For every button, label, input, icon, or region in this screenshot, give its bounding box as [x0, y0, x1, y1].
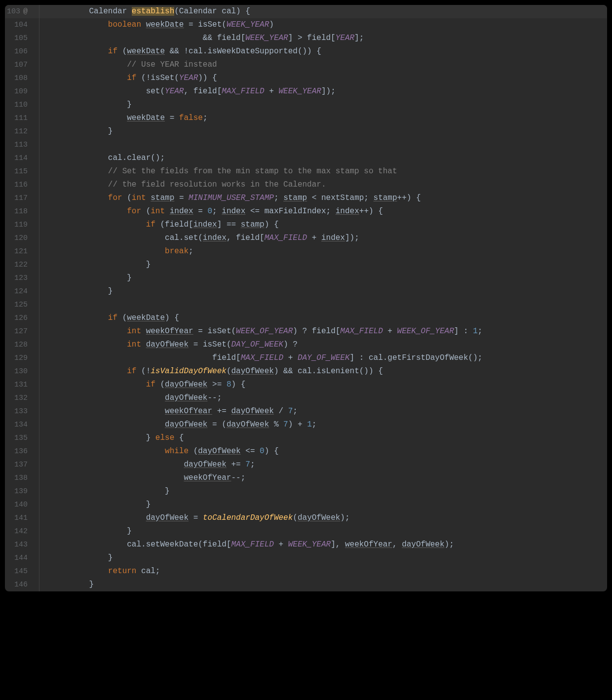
fold-gutter[interactable] — [33, 431, 46, 445]
code-content[interactable]: if (!isSet(YEAR)) { — [46, 72, 607, 85]
code-line[interactable]: 146 } — [5, 578, 607, 591]
code-content[interactable]: weekDate = false; — [46, 112, 607, 125]
fold-gutter[interactable] — [33, 285, 46, 298]
code-line[interactable]: 138 weekOfYear--; — [5, 471, 607, 485]
code-line[interactable]: 143 cal.setWeekDate(field[MAX_FIELD + WE… — [5, 538, 607, 551]
code-line[interactable]: 119 if (field[index] == stamp) { — [5, 218, 607, 232]
code-content[interactable]: int weekOfYear = isSet(WEEK_OF_YEAR) ? f… — [46, 325, 607, 338]
fold-gutter[interactable] — [33, 5, 46, 18]
code-line[interactable]: 137 dayOfWeek += 7; — [5, 458, 607, 471]
fold-gutter[interactable] — [33, 565, 46, 578]
code-line[interactable]: 127 int weekOfYear = isSet(WEEK_OF_YEAR)… — [5, 325, 607, 338]
code-content[interactable]: } — [46, 525, 607, 538]
fold-gutter[interactable] — [33, 391, 46, 405]
code-line[interactable]: 105 && field[WEEK_YEAR] > field[YEAR]; — [5, 32, 607, 45]
fold-gutter[interactable] — [33, 578, 46, 591]
code-content[interactable]: } — [46, 258, 607, 272]
code-content[interactable]: } — [46, 125, 607, 138]
code-line[interactable]: 136 while (dayOfWeek <= 0) { — [5, 445, 607, 458]
fold-gutter[interactable] — [33, 551, 46, 565]
code-content[interactable]: dayOfWeek = toCalendarDayOfWeek(dayOfWee… — [46, 511, 607, 525]
code-content[interactable]: if (!isValidDayOfWeek(dayOfWeek) && cal.… — [46, 365, 607, 378]
code-line[interactable]: 117 for (int stamp = MINIMUM_USER_STAMP;… — [5, 192, 607, 205]
fold-gutter[interactable] — [33, 311, 46, 325]
fold-gutter[interactable] — [33, 32, 46, 45]
code-content[interactable]: // the field resolution works in the Cal… — [46, 178, 607, 192]
code-content[interactable]: } — [46, 272, 607, 285]
code-line[interactable]: 125 — [5, 298, 607, 311]
code-content[interactable]: if (weekDate && !cal.isWeekDateSupported… — [46, 45, 607, 58]
code-line[interactable]: 126 if (weekDate) { — [5, 311, 607, 325]
code-line[interactable]: 111 weekDate = false; — [5, 112, 607, 125]
code-content[interactable]: if (field[index] == stamp) { — [46, 218, 607, 232]
code-content[interactable]: dayOfWeek = (dayOfWeek % 7) + 1; — [46, 418, 607, 431]
code-content[interactable]: weekOfYear--; — [46, 471, 607, 485]
code-line[interactable]: 104 boolean weekDate = isSet(WEEK_YEAR) — [5, 18, 607, 32]
code-content[interactable]: return cal; — [46, 565, 607, 578]
code-line[interactable]: 114 cal.clear(); — [5, 152, 607, 165]
code-line[interactable]: 140 } — [5, 498, 607, 511]
code-line[interactable]: 132 dayOfWeek--; — [5, 391, 607, 405]
code-line[interactable]: 142 } — [5, 525, 607, 538]
code-content[interactable]: dayOfWeek += 7; — [46, 458, 607, 471]
fold-gutter[interactable] — [33, 232, 46, 245]
code-line[interactable]: 145 return cal; — [5, 565, 607, 578]
code-line[interactable]: 103@ Calendar establish(Calendar cal) { — [5, 5, 607, 18]
code-content[interactable]: for (int stamp = MINIMUM_USER_STAMP; sta… — [46, 192, 607, 205]
code-content[interactable]: cal.set(index, field[MAX_FIELD + index])… — [46, 232, 607, 245]
code-line[interactable]: 128 int dayOfWeek = isSet(DAY_OF_WEEK) ? — [5, 338, 607, 351]
code-line[interactable]: 121 break; — [5, 245, 607, 258]
fold-gutter[interactable] — [33, 485, 46, 498]
fold-gutter[interactable] — [33, 445, 46, 458]
code-content[interactable]: } — [46, 551, 607, 565]
fold-gutter[interactable] — [33, 418, 46, 431]
fold-gutter[interactable] — [33, 72, 46, 85]
code-line[interactable]: 130 if (!isValidDayOfWeek(dayOfWeek) && … — [5, 365, 607, 378]
code-content[interactable]: Calendar establish(Calendar cal) { — [46, 5, 607, 18]
fold-gutter[interactable] — [33, 125, 46, 138]
code-line[interactable]: 144 } — [5, 551, 607, 565]
code-content[interactable]: dayOfWeek--; — [46, 391, 607, 405]
code-content[interactable]: } — [46, 498, 607, 511]
code-line[interactable]: 113 — [5, 138, 607, 152]
fold-gutter[interactable] — [33, 58, 46, 72]
fold-gutter[interactable] — [33, 138, 46, 152]
code-content[interactable]: field[MAX_FIELD + DAY_OF_WEEK] : cal.get… — [46, 351, 607, 365]
code-content[interactable]: // Set the fields from the min stamp to … — [46, 165, 607, 178]
code-line[interactable]: 139 } — [5, 485, 607, 498]
fold-gutter[interactable] — [33, 258, 46, 272]
code-line[interactable]: 124 } — [5, 285, 607, 298]
code-line[interactable]: 108 if (!isSet(YEAR)) { — [5, 72, 607, 85]
fold-gutter[interactable] — [33, 338, 46, 351]
fold-gutter[interactable] — [33, 511, 46, 525]
fold-gutter[interactable] — [33, 325, 46, 338]
fold-gutter[interactable] — [33, 458, 46, 471]
code-line[interactable]: 129 field[MAX_FIELD + DAY_OF_WEEK] : cal… — [5, 351, 607, 365]
fold-gutter[interactable] — [33, 351, 46, 365]
code-line[interactable]: 131 if (dayOfWeek >= 8) { — [5, 378, 607, 391]
code-content[interactable]: weekOfYear += dayOfWeek / 7; — [46, 405, 607, 418]
code-line[interactable]: 122 } — [5, 258, 607, 272]
fold-gutter[interactable] — [33, 218, 46, 232]
code-content[interactable]: cal.clear(); — [46, 152, 607, 165]
code-content[interactable]: boolean weekDate = isSet(WEEK_YEAR) — [46, 18, 607, 32]
code-editor[interactable]: 103@ Calendar establish(Calendar cal) {1… — [5, 5, 607, 591]
fold-gutter[interactable] — [33, 98, 46, 112]
fold-gutter[interactable] — [33, 192, 46, 205]
fold-gutter[interactable] — [33, 245, 46, 258]
fold-gutter[interactable] — [33, 18, 46, 32]
code-content[interactable]: cal.setWeekDate(field[MAX_FIELD + WEEK_Y… — [46, 538, 607, 551]
code-content[interactable]: break; — [46, 245, 607, 258]
fold-gutter[interactable] — [33, 272, 46, 285]
code-line[interactable]: 134 dayOfWeek = (dayOfWeek % 7) + 1; — [5, 418, 607, 431]
code-line[interactable]: 116 // the field resolution works in the… — [5, 178, 607, 192]
fold-gutter[interactable] — [33, 205, 46, 218]
fold-gutter[interactable] — [33, 498, 46, 511]
fold-gutter[interactable] — [33, 112, 46, 125]
code-line[interactable]: 107 // Use YEAR instead — [5, 58, 607, 72]
fold-gutter[interactable] — [33, 538, 46, 551]
code-line[interactable]: 109 set(YEAR, field[MAX_FIELD + WEEK_YEA… — [5, 85, 607, 98]
code-line[interactable]: 106 if (weekDate && !cal.isWeekDateSuppo… — [5, 45, 607, 58]
code-content[interactable]: for (int index = 0; index <= maxFieldInd… — [46, 205, 607, 218]
code-line[interactable]: 118 for (int index = 0; index <= maxFiel… — [5, 205, 607, 218]
